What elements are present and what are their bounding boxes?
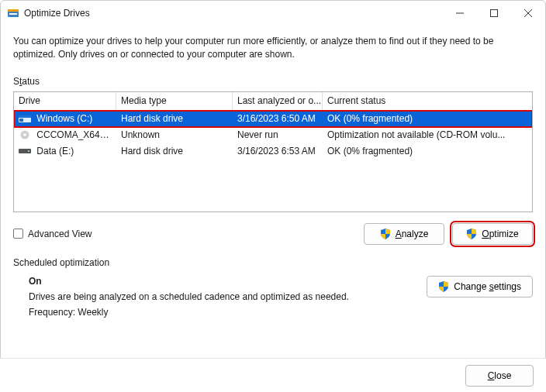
svg-point-11	[23, 133, 26, 136]
svg-rect-9	[19, 119, 23, 122]
shield-icon	[466, 229, 477, 239]
window-title: Optimize Drives	[24, 8, 90, 19]
titlebar: Optimize Drives	[1, 1, 545, 26]
schedule-frequency: Frequency: Weekly	[29, 307, 427, 318]
col-drive[interactable]: Drive	[14, 92, 116, 110]
svg-point-13	[28, 150, 29, 152]
drive-table[interactable]: Drive Media type Last analyzed or o... C…	[13, 91, 533, 212]
col-status[interactable]: Current status	[323, 92, 532, 110]
table-row[interactable]: Windows (C:) Hard disk drive 3/16/2023 6…	[14, 111, 532, 127]
drive-last: 3/16/2023 6:53 AM	[233, 144, 323, 158]
drive-last: Never run	[233, 128, 323, 142]
minimize-button[interactable]	[443, 1, 477, 26]
svg-rect-4	[491, 10, 498, 17]
col-last[interactable]: Last analyzed or o...	[233, 92, 323, 110]
col-media[interactable]: Media type	[116, 92, 233, 110]
drive-status: Optimization not available (CD-ROM volu.…	[323, 128, 532, 142]
optimize-button[interactable]: Optimize	[452, 223, 533, 245]
table-row[interactable]: Data (E:) Hard disk drive 3/16/2023 6:53…	[14, 143, 532, 160]
schedule-status: On	[29, 276, 427, 287]
os-drive-icon	[19, 114, 31, 123]
close-window-button[interactable]	[511, 1, 545, 26]
drive-status: OK (0% fragmented)	[323, 112, 532, 126]
scheduled-optimization-label: Scheduled optimization	[13, 257, 533, 268]
maximize-button[interactable]	[477, 1, 511, 26]
svg-rect-1	[8, 9, 19, 12]
close-button[interactable]: Close	[465, 365, 534, 387]
drive-last: 3/16/2023 6:50 AM	[233, 112, 323, 126]
status-label: Status	[13, 76, 533, 87]
drive-media: Hard disk drive	[116, 112, 233, 126]
app-icon	[7, 7, 19, 19]
svg-rect-2	[9, 13, 17, 15]
advanced-view-label[interactable]: Advanced View	[28, 229, 92, 239]
drive-name: Windows (C:)	[36, 113, 92, 124]
intro-text: You can optimize your drives to help you…	[13, 35, 533, 62]
drive-name: Data (E:)	[36, 146, 74, 156]
schedule-description: Drives are being analyzed on a scheduled…	[29, 291, 427, 302]
advanced-view-checkbox[interactable]	[13, 229, 23, 239]
table-header[interactable]: Drive Media type Last analyzed or o... C…	[14, 92, 532, 111]
analyze-button[interactable]: Analyze	[364, 223, 444, 245]
drive-status: OK (0% fragmented)	[323, 144, 532, 158]
drive-name: CCCOMA_X64FRE_...	[36, 129, 116, 140]
cd-drive-icon	[19, 130, 31, 139]
change-settings-button[interactable]: Change settings	[427, 276, 533, 297]
shield-icon	[380, 229, 391, 239]
hdd-drive-icon	[19, 146, 31, 156]
svg-rect-8	[19, 115, 31, 118]
drive-media: Hard disk drive	[116, 144, 233, 158]
dialog-footer: Close	[0, 358, 546, 392]
shield-icon	[438, 281, 449, 292]
drive-media: Unknown	[116, 128, 233, 142]
table-row[interactable]: CCCOMA_X64FRE_... Unknown Never run Opti…	[14, 127, 532, 143]
